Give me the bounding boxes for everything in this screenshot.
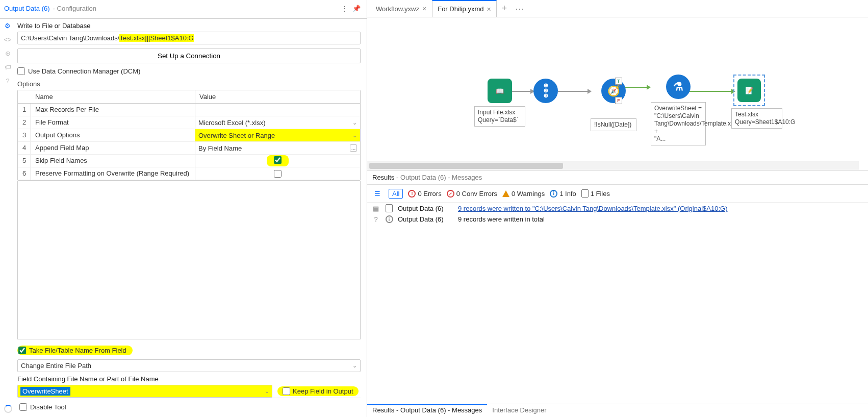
conv-error-icon: ! bbox=[445, 188, 456, 199]
filter-warnings[interactable]: 0 Warnings bbox=[502, 190, 545, 198]
options-table: Name Value 1 Max Records Per File 2 File… bbox=[17, 90, 361, 181]
file-icon bbox=[581, 189, 589, 198]
tab-for-dhilip[interactable]: For Dhilip.yxmd × bbox=[432, 0, 496, 17]
formula-node-label: OverwriteSheet = "C:\Users\Calvin Tang\D… bbox=[651, 102, 706, 145]
option-row-max-records[interactable]: 1 Max Records Per File bbox=[18, 104, 360, 116]
option-row-skip-field-names[interactable]: 5 Skip Field Names bbox=[18, 155, 360, 167]
list-view-icon[interactable]: ☰ bbox=[371, 187, 384, 200]
take-file-name-checkbox[interactable] bbox=[18, 347, 26, 354]
new-tab-button[interactable]: + bbox=[497, 3, 512, 14]
results-header: Results - Output Data (6) - Messages bbox=[367, 170, 868, 185]
more-icon[interactable]: ⋮ bbox=[338, 2, 350, 14]
filter-node-label: !IsNull([Date]) bbox=[591, 118, 636, 131]
dcm-label: Use Data Connection Manager (DCM) bbox=[28, 67, 140, 75]
config-subtitle: - Configuration bbox=[53, 5, 96, 12]
loading-spinner-icon bbox=[4, 405, 12, 413]
canvas-h-scrollbar[interactable] bbox=[367, 161, 859, 170]
tag-icon[interactable]: 🏷 bbox=[5, 63, 11, 71]
keep-field-checkbox[interactable] bbox=[283, 387, 290, 395]
output-node-label: Test.xlsx Query=Sheet1$A10:G bbox=[731, 108, 782, 129]
message-row-info[interactable]: ? i Output Data (6) 9 records were writt… bbox=[367, 214, 868, 225]
config-panel: Output Data (6) - Configuration ⋮ 📌 ⚙ <>… bbox=[0, 0, 367, 417]
xml-icon[interactable]: <> bbox=[4, 36, 11, 43]
write-to-label: Write to File or Database bbox=[17, 22, 361, 30]
preserve-format-checkbox[interactable] bbox=[274, 170, 282, 178]
filter-info[interactable]: i1 Info bbox=[550, 190, 576, 198]
config-tab-strip: ⚙ <> ⊕ 🏷 ? bbox=[0, 19, 15, 417]
options-label: Options bbox=[17, 80, 361, 88]
canvas-node-select[interactable]: ❶❷❸ bbox=[533, 79, 558, 103]
help-icon[interactable]: ? bbox=[6, 77, 9, 85]
skip-field-names-checkbox[interactable] bbox=[274, 156, 282, 164]
copy-icon[interactable]: ▤ bbox=[371, 205, 380, 212]
results-filter-bar: ☰ All !0 Errors !0 Conv Errors 0 Warning… bbox=[367, 185, 868, 203]
disable-tool-row[interactable]: Disable Tool bbox=[17, 398, 361, 414]
config-title: Output Data (6) bbox=[4, 5, 50, 12]
close-icon[interactable]: × bbox=[422, 5, 426, 13]
option-row-append-field-map[interactable]: 4 Append Field Map By Field Name… bbox=[18, 142, 360, 155]
tab-overflow-button[interactable]: ⋯ bbox=[512, 3, 527, 14]
message-row-file[interactable]: ▤ Output Data (6) 9 records were written… bbox=[367, 203, 868, 214]
tab-workflow[interactable]: Workflow.yxwz × bbox=[370, 0, 432, 17]
formula-tool-icon: ⚗ bbox=[666, 75, 691, 99]
canvas-node-input[interactable]: 📖 Input File.xlsx Query=`Data$` bbox=[474, 79, 525, 127]
bottom-tab-interface-designer[interactable]: Interface Designer bbox=[487, 404, 551, 417]
config-header: Output Data (6) - Configuration ⋮ 📌 bbox=[0, 0, 367, 19]
field-containing-label: Field Containing File Name or Part of Fi… bbox=[17, 375, 361, 383]
plus-circle-icon[interactable]: ⊕ bbox=[5, 50, 11, 57]
setup-connection-button[interactable]: Set Up a Connection bbox=[17, 48, 361, 63]
take-file-name-row[interactable]: Take File/Table Name From Field bbox=[17, 346, 133, 355]
ellipsis-button[interactable]: … bbox=[350, 144, 357, 152]
take-file-name-label: Take File/Table Name From Field bbox=[29, 347, 126, 354]
filter-errors[interactable]: !0 Errors bbox=[408, 190, 441, 198]
config-content: Write to File or Database C:\Users\Calvi… bbox=[15, 19, 367, 417]
path-highlighted: Test.xlsx|||Sheet1$A10:G bbox=[119, 34, 193, 42]
output-node-label-wrap: Test.xlsx Query=Sheet1$A10:G bbox=[731, 105, 782, 129]
info-icon: i bbox=[386, 215, 393, 223]
option-row-preserve-format[interactable]: 6 Preserve Formatting on Overwrite (Rang… bbox=[18, 167, 360, 180]
document-tab-bar: Workflow.yxwz × For Dhilip.yxmd × + ⋯ bbox=[367, 0, 868, 17]
chevron-down-icon[interactable]: ⌄ bbox=[352, 119, 357, 126]
config-body: ⚙ <> ⊕ 🏷 ? Write to File or Database C:\… bbox=[0, 19, 367, 417]
dcm-checkbox-row[interactable]: Use Data Connection Manager (DCM) bbox=[17, 67, 361, 75]
path-prefix: C:\Users\Calvin Tang\Downloads\ bbox=[21, 34, 119, 42]
bottom-tab-bar: Results - Output Data (6) - Messages Int… bbox=[367, 404, 868, 417]
option-row-output-options[interactable]: 3 Output Options Overwrite Sheet or Rang… bbox=[18, 129, 360, 142]
filter-files[interactable]: 1 Files bbox=[581, 189, 610, 198]
help-icon[interactable]: ? bbox=[371, 215, 380, 223]
pin-icon[interactable]: 📌 bbox=[350, 2, 363, 14]
input-tool-icon: 📖 bbox=[488, 79, 512, 103]
chevron-down-icon: ⌄ bbox=[265, 388, 269, 395]
anchor-true-icon[interactable]: T bbox=[615, 78, 622, 85]
dcm-checkbox[interactable] bbox=[17, 67, 25, 75]
canvas-node-formula[interactable]: ⚗ OverwriteSheet = "C:\Users\Calvin Tang… bbox=[651, 75, 706, 145]
filter-all[interactable]: All bbox=[389, 189, 403, 199]
file-icon bbox=[386, 204, 393, 212]
chevron-down-icon: ⌄ bbox=[352, 362, 357, 369]
scrollbar-thumb[interactable] bbox=[369, 163, 563, 169]
close-icon[interactable]: × bbox=[487, 5, 491, 13]
output-tool-icon: 📝 bbox=[737, 79, 761, 102]
col-name: Name bbox=[31, 90, 195, 103]
canvas-node-filter[interactable]: 🧭 T F !IsNull([Date]) bbox=[591, 79, 636, 131]
change-path-select[interactable]: Change Entire File Path ⌄ bbox=[17, 359, 361, 372]
info-icon: i bbox=[550, 190, 557, 198]
gear-icon[interactable]: ⚙ bbox=[5, 22, 11, 30]
options-empty-area bbox=[17, 181, 361, 339]
option-row-file-format[interactable]: 2 File Format Microsoft Excel (*.xlsx)⌄ bbox=[18, 116, 360, 129]
field-name-select[interactable]: OverwriteSheet ⌄ bbox=[17, 385, 272, 398]
options-header: Name Value bbox=[18, 90, 360, 104]
warning-icon bbox=[502, 190, 509, 197]
record-id-tool-icon: ❶❷❸ bbox=[533, 79, 558, 103]
message-file-link[interactable]: 9 records were written to "C:\Users\Calv… bbox=[458, 205, 727, 212]
workflow-canvas[interactable]: 📖 Input File.xlsx Query=`Data$` ❶❷❸ 🧭 T … bbox=[367, 17, 868, 170]
canvas-node-output[interactable]: 📝 bbox=[733, 75, 765, 106]
disable-tool-checkbox[interactable] bbox=[19, 403, 27, 411]
chevron-down-icon[interactable]: ⌄ bbox=[352, 132, 357, 139]
bottom-tab-results[interactable]: Results - Output Data (6) - Messages bbox=[367, 404, 487, 417]
keep-field-row[interactable]: Keep Field in Output bbox=[277, 386, 359, 396]
file-path-input[interactable]: C:\Users\Calvin Tang\Downloads\Test.xlsx… bbox=[17, 32, 361, 44]
error-icon: ! bbox=[408, 190, 416, 198]
filter-conv-errors[interactable]: !0 Conv Errors bbox=[447, 190, 497, 198]
anchor-false-icon[interactable]: F bbox=[615, 97, 622, 104]
